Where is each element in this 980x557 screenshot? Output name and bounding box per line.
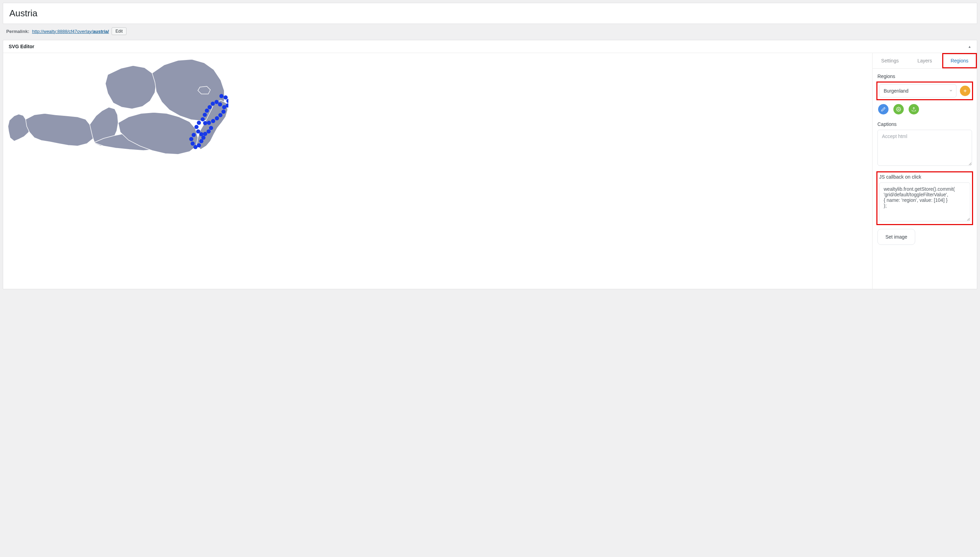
- region-actions: [878, 104, 972, 114]
- svg-point-13: [207, 121, 211, 125]
- editor-body: Settings Layers Regions Regions Burgenla…: [3, 53, 977, 289]
- region-select-wrap: Burgenland: [879, 84, 956, 98]
- svg-point-29: [197, 143, 201, 147]
- svg-point-14: [211, 119, 215, 123]
- captions-input[interactable]: [878, 130, 972, 166]
- permalink-slug: austria/: [93, 29, 109, 34]
- pencil-icon: [881, 107, 886, 112]
- svg-point-5: [218, 102, 222, 106]
- upload-icon: [911, 107, 916, 112]
- tab-layers[interactable]: Layers: [907, 53, 942, 68]
- region-select[interactable]: Burgenland: [879, 84, 956, 98]
- svg-point-18: [197, 121, 201, 125]
- svg-point-31: [201, 135, 206, 140]
- captions-label: Captions: [878, 121, 972, 127]
- add-region-button[interactable]: [960, 86, 970, 96]
- tabs: Settings Layers Regions: [873, 53, 977, 69]
- set-image-button[interactable]: Set image: [878, 229, 915, 245]
- svg-point-8: [208, 105, 212, 109]
- panel-toggle-icon[interactable]: ▲: [968, 45, 971, 49]
- permalink-label: Permalink:: [6, 29, 29, 34]
- sidebar-content: Regions Burgenland: [873, 69, 977, 250]
- svg-point-11: [201, 117, 205, 121]
- title-card: Austria: [3, 3, 977, 24]
- region-select-row: Burgenland: [878, 83, 972, 99]
- svg-point-21: [199, 132, 203, 136]
- svg-point-17: [221, 109, 226, 114]
- svg-point-27: [191, 142, 195, 146]
- tab-regions[interactable]: Regions: [942, 53, 977, 68]
- map-canvas[interactable]: [3, 53, 872, 289]
- svg-point-30: [199, 139, 203, 143]
- panel-header: SVG Editor ▲: [3, 40, 977, 53]
- svg-point-10: [203, 113, 207, 117]
- svg-point-26: [189, 137, 193, 141]
- svg-point-19: [195, 125, 199, 129]
- plus-icon: [963, 88, 967, 93]
- svg-point-34: [898, 109, 899, 110]
- svg-editor-panel: SVG Editor ▲: [3, 40, 977, 289]
- svg-point-22: [203, 132, 207, 136]
- captions-field: Captions: [878, 121, 972, 167]
- svg-point-0: [219, 94, 224, 98]
- svg-point-4: [222, 105, 226, 109]
- svg-point-1: [224, 95, 228, 99]
- svg-point-23: [206, 129, 211, 134]
- gear-icon: [896, 107, 901, 112]
- permalink-row: Permalink: http://wealty:8888/cf47overla…: [3, 24, 977, 40]
- edit-region-button[interactable]: [878, 104, 889, 114]
- svg-point-20: [196, 129, 200, 134]
- regions-label: Regions: [878, 73, 972, 79]
- region-settings-button[interactable]: [893, 104, 904, 114]
- js-callback-input[interactable]: [879, 182, 970, 221]
- svg-point-16: [218, 113, 222, 117]
- svg-point-24: [209, 126, 213, 130]
- permalink-base: http://wealty:8888/cf47overlay/: [32, 29, 93, 34]
- svg-point-25: [191, 133, 196, 137]
- austria-map-svg[interactable]: [6, 55, 228, 173]
- upload-region-button[interactable]: [909, 104, 919, 114]
- editor-sidebar: Settings Layers Regions Regions Burgenla…: [872, 53, 977, 289]
- austria-shape: [8, 59, 228, 154]
- js-callback-label: JS callback on click: [879, 174, 970, 180]
- page-title[interactable]: Austria: [9, 8, 971, 19]
- permalink-link[interactable]: http://wealty:8888/cf47overlay/austria/: [32, 29, 109, 34]
- svg-point-2: [226, 99, 228, 103]
- panel-title: SVG Editor: [9, 44, 34, 49]
- js-callback-field: JS callback on click: [878, 173, 972, 224]
- svg-point-7: [211, 102, 215, 106]
- edit-permalink-button[interactable]: Edit: [112, 28, 127, 35]
- svg-point-12: [203, 121, 207, 125]
- tab-settings[interactable]: Settings: [873, 53, 907, 68]
- svg-point-9: [205, 109, 209, 113]
- svg-point-15: [215, 116, 219, 121]
- svg-point-6: [214, 100, 219, 104]
